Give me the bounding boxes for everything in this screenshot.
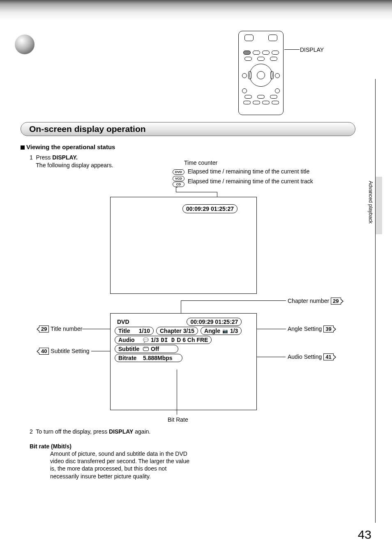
osd-title-pill: Title1/10	[115, 327, 154, 335]
subtitle-icon	[143, 347, 149, 351]
speech-icon: 💬	[143, 337, 149, 343]
osd-subtitle-pill: Subtitle Off	[115, 345, 178, 353]
section-title: On-screen display operation	[29, 124, 146, 134]
remote-illustration	[238, 31, 284, 115]
page-number: 43	[358, 528, 371, 542]
cd-badge-icon: CD	[173, 182, 184, 187]
bitrate-body: Amount of picture, sound and subtitle da…	[50, 450, 190, 480]
subheading: Viewing the operational status	[21, 143, 115, 150]
bitrate-heading: Bit rate (Mbit/s)	[30, 443, 71, 450]
dvd-badge-icon: DVD	[173, 169, 184, 175]
display-label: DISPLAY	[300, 46, 324, 53]
osd-bitrate-pill: Bitrate 5.888Mbps	[115, 354, 182, 362]
side-section-label: Advanced playback	[368, 181, 374, 224]
callout-angle-setting: Angle Setting 39	[288, 325, 334, 332]
page: DISPLAY On-screen display operation View…	[0, 0, 392, 554]
osd-chapter-pill: Chapter 3/15	[156, 327, 198, 335]
callout-subtitle-setting: 40 Subtitle Setting	[39, 348, 90, 355]
callout-title-number: 29 Title number	[39, 325, 82, 332]
page-ref: 41	[323, 353, 333, 360]
osd-screen-simple: 00:09:29 01:25:27	[110, 197, 257, 294]
time-counter-legend: Time counter DVD Elapsed time / remainin…	[173, 159, 313, 187]
section-title-bar: On-screen display operation	[21, 122, 355, 136]
osd-time: 00:09:29 01:25:27	[187, 318, 242, 326]
osd-audio-pill: Audio 💬 1/3 DI D D 6 Ch FRE	[115, 336, 212, 344]
osd-angle-pill: Angle 📷 1/3	[201, 327, 242, 335]
vcd-badge-icon: VCD	[173, 176, 184, 181]
step-1: 1 Press DISPLAY. The following display a…	[30, 154, 113, 169]
side-tab	[376, 177, 382, 234]
camera-icon: 📷	[222, 328, 228, 334]
callout-audio-setting: Audio Setting 41	[288, 353, 334, 360]
osd-screen-full: DVD 00:09:29 01:25:27 Title1/10 Chapter …	[110, 313, 257, 410]
page-ref: 40	[39, 348, 49, 355]
step-2: 2 To turn off the display, press DISPLAY…	[30, 428, 150, 435]
time-display: 00:09:29 01:25:27	[182, 204, 238, 213]
square-bullet-icon	[21, 145, 25, 150]
svg-point-0	[15, 35, 35, 54]
callout-bitrate: Bit Rate	[168, 416, 188, 423]
display-leader-line	[284, 49, 300, 50]
callout-chapter-number: Chapter number 29	[288, 298, 341, 305]
page-ref: 29	[39, 325, 49, 332]
page-ref: 29	[331, 298, 341, 305]
page-ref: 39	[323, 325, 333, 332]
osd-dvd-label: DVD	[115, 319, 129, 325]
sphere-decoration	[14, 34, 35, 55]
